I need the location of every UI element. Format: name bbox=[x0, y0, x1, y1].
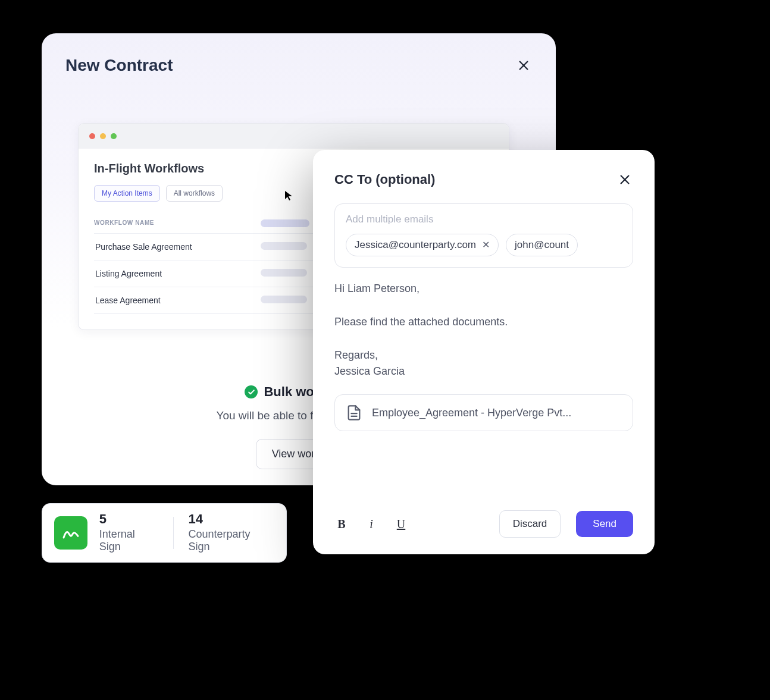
send-button[interactable]: Send bbox=[576, 511, 633, 537]
italic-button[interactable]: i bbox=[364, 515, 378, 533]
chip-label: Jessica@counterparty.com bbox=[355, 239, 476, 251]
tab-my-action-items[interactable]: My Action Items bbox=[94, 185, 160, 202]
compose-close-button[interactable] bbox=[616, 171, 633, 188]
row-label: Listing Agreement bbox=[94, 269, 261, 278]
document-icon bbox=[346, 404, 362, 421]
compose-header: CC To (optional) bbox=[334, 171, 633, 188]
cc-placeholder: Add multiple emails bbox=[346, 214, 622, 225]
check-circle-icon bbox=[245, 385, 258, 398]
cc-email-input[interactable]: Add multiple emails Jessica@counterparty… bbox=[334, 203, 633, 268]
discard-button[interactable]: Discard bbox=[499, 510, 561, 538]
body-name: Jessica Garcia bbox=[334, 363, 633, 380]
stat-internal-count: 5 bbox=[99, 513, 159, 526]
signature-icon bbox=[54, 516, 87, 550]
row-label: Purchase Sale Agreement bbox=[94, 242, 261, 252]
stat-counterparty-label: Counterparty Sign bbox=[188, 528, 274, 553]
compose-panel: CC To (optional) Add multiple emails Jes… bbox=[313, 150, 655, 554]
attachment-box[interactable]: Employee_Agreement - HyperVerge Pvt... bbox=[334, 394, 633, 431]
stat-divider bbox=[173, 517, 174, 549]
window-chrome bbox=[79, 124, 509, 149]
email-chip[interactable]: Jessica@counterparty.com ✕ bbox=[346, 234, 499, 256]
body-signoff: Regards, bbox=[334, 347, 633, 364]
stat-internal-label: Internal Sign bbox=[99, 528, 159, 553]
close-icon bbox=[618, 173, 631, 186]
attachment-name: Employee_Agreement - HyperVerge Pvt... bbox=[372, 407, 571, 419]
row-label: Lease Agreement bbox=[94, 296, 261, 305]
modal-title: New Contract bbox=[65, 56, 173, 75]
compose-title: CC To (optional) bbox=[334, 172, 435, 187]
close-button[interactable] bbox=[515, 57, 532, 74]
traffic-green-icon[interactable] bbox=[111, 133, 117, 139]
traffic-yellow-icon[interactable] bbox=[100, 133, 106, 139]
stat-counterparty-count: 14 bbox=[188, 513, 274, 526]
modal-header: New Contract bbox=[65, 56, 532, 75]
traffic-red-icon[interactable] bbox=[89, 133, 95, 139]
stat-counterparty: 14 Counterparty Sign bbox=[188, 513, 274, 553]
chip-remove-icon[interactable]: ✕ bbox=[482, 240, 490, 250]
body-greeting: Hi Liam Peterson, bbox=[334, 281, 633, 297]
compose-body[interactable]: Hi Liam Peterson, Please find the attach… bbox=[334, 281, 633, 380]
close-icon bbox=[517, 59, 530, 72]
tab-all-workflows[interactable]: All workflows bbox=[166, 185, 223, 202]
column-workflow-name: WORKFLOW NAME bbox=[94, 219, 261, 228]
sign-stats-card: 5 Internal Sign 14 Counterparty Sign bbox=[42, 503, 287, 563]
underline-button[interactable]: U bbox=[394, 515, 408, 533]
body-line: Please find the attached documents. bbox=[334, 314, 633, 331]
compose-footer: B i U Discard Send bbox=[334, 498, 633, 538]
chip-label: john@count bbox=[515, 239, 569, 251]
email-chip[interactable]: john@count bbox=[506, 234, 578, 256]
bold-button[interactable]: B bbox=[334, 515, 349, 533]
arrow-icon bbox=[334, 561, 345, 575]
email-chips: Jessica@counterparty.com ✕ john@count bbox=[346, 234, 622, 256]
stat-internal: 5 Internal Sign bbox=[99, 513, 159, 553]
